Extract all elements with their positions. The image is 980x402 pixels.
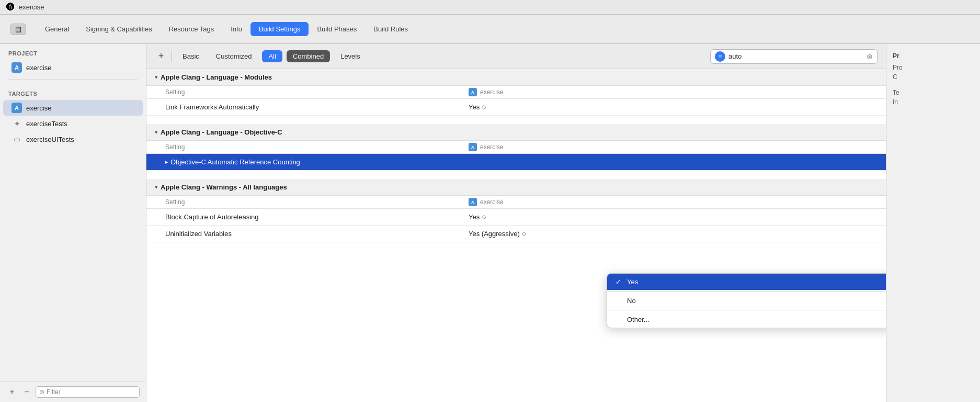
dropdown-item-other[interactable]: Other... — [607, 311, 886, 328]
block-capture-row[interactable]: Block Capture of Autoreleasing Yes ◇ — [146, 209, 886, 226]
modules-col-value: A exercise — [469, 88, 504, 96]
uninit-vars-row[interactable]: Uninitialized Variables Yes (Aggressive)… — [146, 226, 886, 242]
objc-col-value: A exercise — [469, 143, 504, 151]
sidebar-filter-box[interactable]: ⊜ Filter — [36, 386, 140, 398]
add-setting-button[interactable]: + — [155, 50, 167, 63]
title-bar: 🅐 exercise — [0, 0, 980, 15]
exercise-label: exercise — [26, 104, 51, 112]
warnings-title: Apple Clang - Warnings - All languages — [161, 183, 287, 191]
tab-resource-tags[interactable]: Resource Tags — [161, 22, 222, 36]
project-app-icon: A — [12, 62, 22, 73]
right-panel-header: Pr — [893, 52, 974, 60]
remove-target-button[interactable]: − — [21, 386, 32, 398]
search-clear-button[interactable]: ⊗ — [867, 52, 873, 61]
right-panel-pro: Pro — [893, 64, 974, 71]
no-label: No — [627, 297, 636, 305]
filter-combined-button[interactable]: Combined — [287, 50, 330, 62]
tab-build-phases[interactable]: Build Phases — [309, 22, 365, 36]
arc-row[interactable]: ▸ Objective-C Automatic Reference Counti… — [146, 154, 886, 171]
modules-app-icon: A — [469, 88, 477, 96]
link-frameworks-stepper: ◇ — [482, 104, 486, 110]
block-capture-stepper: ◇ — [482, 214, 486, 220]
spacer-2 — [146, 171, 886, 179]
objc-col-setting: Setting — [165, 143, 469, 151]
targets-section-header: TARGETS — [0, 84, 146, 100]
modules-collapse-arrow: ▾ — [155, 74, 157, 80]
sidebar-filter-icon: ⊜ — [39, 388, 44, 396]
dropdown-item-no[interactable]: No — [607, 293, 886, 309]
add-target-button[interactable]: + — [6, 386, 18, 398]
warnings-col-headers: Setting A exercise — [146, 196, 886, 209]
filter-basic-button[interactable]: Basic — [176, 50, 206, 62]
link-frameworks-name: Link Frameworks Automatically — [165, 103, 469, 111]
link-frameworks-row[interactable]: Link Frameworks Automatically Yes ◇ — [146, 99, 886, 116]
modules-title: Apple Clang - Language - Modules — [161, 73, 272, 81]
spacer-1 — [146, 116, 886, 124]
warnings-col-value: A exercise — [469, 198, 504, 206]
filter-all-button[interactable]: All — [262, 50, 282, 62]
modules-col-value-label: exercise — [480, 88, 504, 96]
project-label: exercise — [26, 64, 51, 72]
sidebar-divider-1 — [8, 80, 138, 80]
tab-signing[interactable]: Signing & Capabilities — [77, 22, 160, 36]
filter-levels-button[interactable]: Levels — [334, 50, 367, 62]
tab-info[interactable]: Info — [222, 22, 250, 36]
right-panel-in: In — [893, 98, 974, 106]
sidebar-item-exercise-tests[interactable]: ✦ exerciseTests — [3, 116, 143, 131]
warnings-app-icon: A — [469, 198, 477, 206]
objc-app-icon: A — [469, 143, 477, 151]
exercise-ui-tests-label: exerciseUITests — [26, 136, 74, 143]
filter-bar: + Basic Customized All Combined Levels ≡… — [146, 44, 886, 69]
main-layout: PROJECT A exercise TARGETS A exercise ✦ … — [0, 44, 980, 402]
sidebar-item-exercise-ui-tests[interactable]: ▭ exerciseUITests — [3, 131, 143, 147]
exercise-app-icon: A — [12, 103, 22, 113]
warnings-col-value-label: exercise — [480, 198, 504, 206]
objc-col-headers: Setting A exercise — [146, 141, 886, 154]
right-panel-c: C — [893, 73, 974, 81]
filter-customized-button[interactable]: Customized — [210, 50, 258, 62]
project-section-header: PROJECT — [0, 44, 146, 60]
tab-build-rules[interactable]: Build Rules — [365, 22, 416, 36]
tab-bar: ▤ General Signing & Capabilities Resourc… — [0, 15, 980, 44]
dropdown-divider-2 — [607, 310, 886, 310]
uninit-vars-value: Yes (Aggressive) ◇ — [469, 230, 526, 238]
exercise-tests-icon: ✦ — [12, 118, 22, 129]
sidebar-footer: + − ⊜ Filter — [0, 382, 146, 402]
content-area: + Basic Customized All Combined Levels ≡… — [146, 44, 886, 402]
settings-content: ▾ Apple Clang - Language - Modules Setti… — [146, 69, 886, 402]
dropdown-item-yes[interactable]: ✓ Yes — [607, 274, 886, 290]
arc-expand-arrow: ▸ — [165, 159, 168, 165]
sidebar-filter-placeholder: Filter — [47, 388, 61, 396]
search-filter-icon: ≡ — [715, 51, 725, 62]
search-input[interactable] — [728, 52, 863, 60]
dropdown-divider-1 — [607, 291, 886, 292]
yes-label: Yes — [627, 278, 638, 286]
sidebar-item-exercise[interactable]: A exercise — [3, 100, 143, 116]
section-warnings-header[interactable]: ▾ Apple Clang - Warnings - All languages — [146, 179, 886, 196]
other-label: Other... — [627, 316, 649, 323]
exercise-ui-tests-icon: ▭ — [12, 134, 22, 144]
modules-col-setting: Setting — [165, 88, 469, 96]
right-panel: Pr Pro C Te In — [886, 44, 980, 402]
objc-col-value-label: exercise — [480, 143, 504, 151]
link-frameworks-value-text: Yes — [469, 103, 480, 111]
sidebar: PROJECT A exercise TARGETS A exercise ✦ … — [0, 44, 146, 402]
tab-build-settings[interactable]: Build Settings — [250, 22, 309, 36]
search-box: ≡ ⊗ — [710, 49, 878, 64]
dropdown-popup: ✓ Yes No Other... — [607, 273, 886, 328]
filter-bar-divider — [172, 51, 172, 62]
block-capture-value: Yes ◇ — [469, 213, 486, 221]
sidebar-toggle-button[interactable]: ▤ — [10, 24, 26, 35]
link-frameworks-value: Yes ◇ — [469, 103, 486, 111]
section-modules-header[interactable]: ▾ Apple Clang - Language - Modules — [146, 69, 886, 86]
app-icon: 🅐 — [6, 3, 15, 12]
block-capture-name: Block Capture of Autoreleasing — [165, 213, 469, 221]
uninit-vars-name: Uninitialized Variables — [165, 230, 469, 238]
yes-checkmark: ✓ — [616, 278, 623, 286]
tab-general[interactable]: General — [37, 22, 77, 36]
window-title: exercise — [19, 3, 44, 11]
sidebar-item-project[interactable]: A exercise — [3, 60, 143, 75]
objc-collapse-arrow: ▾ — [155, 129, 157, 135]
section-objc-header[interactable]: ▾ Apple Clang - Language - Objective-C — [146, 124, 886, 141]
objc-title: Apple Clang - Language - Objective-C — [161, 128, 282, 136]
